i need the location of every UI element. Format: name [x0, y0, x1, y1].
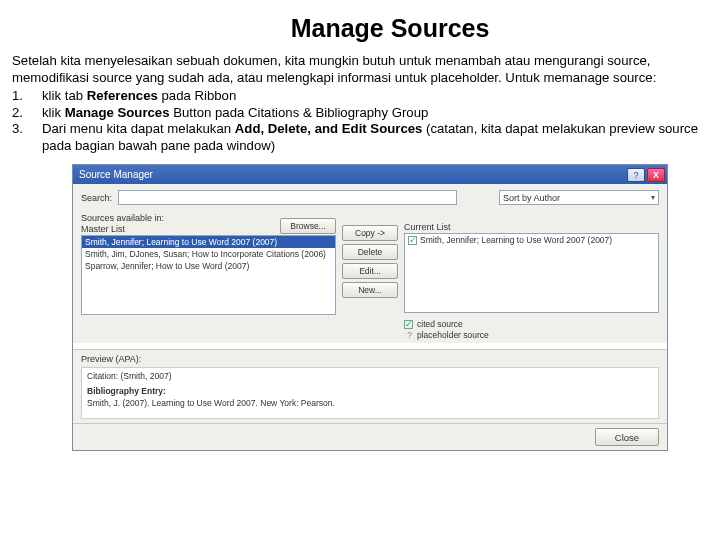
legend: cited source ?placeholder source [404, 319, 659, 341]
close-button[interactable]: Close [595, 428, 659, 446]
master-list-label: Master List [81, 224, 164, 234]
preview-box: Citation: (Smith, 2007) Bibliography Ent… [81, 367, 659, 419]
preview-bib-header: Bibliography Entry: [87, 386, 653, 398]
preview-bib-text: Smith, J. (2007). Learning to Use Word 2… [87, 398, 653, 410]
current-list-label: Current List [404, 222, 659, 232]
close-icon[interactable]: X [647, 168, 665, 182]
dialog-title: Source Manager [79, 169, 625, 180]
search-input[interactable] [118, 190, 457, 205]
intro-paragraph: Setelah kita menyelesaikan sebuah dokume… [12, 53, 708, 86]
copy-button[interactable]: Copy -> [342, 225, 398, 241]
source-manager-dialog: Source Manager ? X Search: Sort by Autho… [72, 164, 668, 451]
check-icon [408, 236, 417, 245]
sources-available-label: Sources available in: [81, 213, 164, 223]
sort-dropdown[interactable]: Sort by Author ▾ [499, 190, 659, 205]
chevron-down-icon: ▾ [651, 193, 655, 202]
question-icon: ? [404, 330, 415, 341]
page-title: Manage Sources [12, 14, 708, 43]
master-listbox[interactable]: Smith, Jennifer; Learning to Use Word 20… [81, 235, 336, 315]
list-item[interactable]: Smith, Jim, DJones, Susan; How to Incorp… [82, 248, 335, 260]
dialog-titlebar[interactable]: Source Manager ? X [73, 165, 667, 184]
list-item[interactable]: Sparrow, Jennifer; How to Use Word (2007… [82, 260, 335, 272]
search-label: Search: [81, 193, 112, 203]
preview-label: Preview (APA): [81, 354, 659, 364]
preview-citation: Citation: (Smith, 2007) [87, 371, 653, 383]
list-item[interactable]: Smith, Jennifer; Learning to Use Word 20… [82, 236, 335, 248]
list-item[interactable]: Smith, Jennifer; Learning to Use Word 20… [405, 234, 658, 246]
current-listbox[interactable]: Smith, Jennifer; Learning to Use Word 20… [404, 233, 659, 313]
browse-button[interactable]: Browse... [280, 218, 336, 234]
list-item: 2.klik Manage Sources Button pada Citati… [12, 105, 708, 122]
edit-button[interactable]: Edit... [342, 263, 398, 279]
list-item: 1.klik tab References pada Ribbon [12, 88, 708, 105]
steps-list: 1.klik tab References pada Ribbon 2.klik… [12, 88, 708, 154]
new-button[interactable]: New... [342, 282, 398, 298]
list-item: 3.Dari menu kita dapat melakukan Add, De… [12, 121, 708, 154]
help-button[interactable]: ? [627, 168, 645, 182]
delete-button[interactable]: Delete [342, 244, 398, 260]
check-icon [404, 320, 413, 329]
